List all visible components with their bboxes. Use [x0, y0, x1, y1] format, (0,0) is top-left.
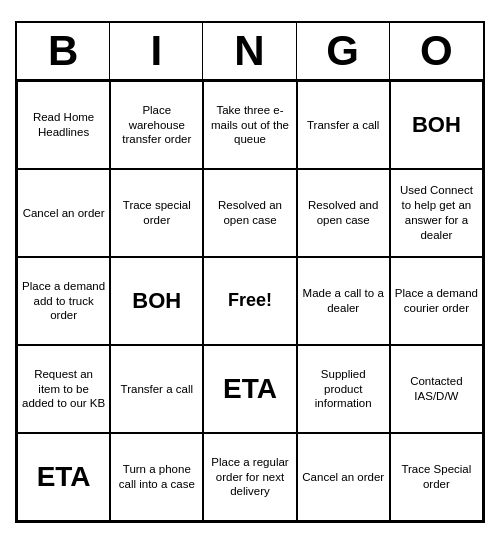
bingo-cell-19: Contacted IAS/D/W — [390, 345, 483, 433]
bingo-cell-10: Place a demand add to truck order — [17, 257, 110, 345]
bingo-cell-23: Cancel an order — [297, 433, 390, 521]
bingo-cell-3: Transfer a call — [297, 81, 390, 169]
bingo-cell-7: Resolved an open case — [203, 169, 296, 257]
bingo-cell-2: Take three e-mails out of the queue — [203, 81, 296, 169]
bingo-cell-18: Supplied product information — [297, 345, 390, 433]
bingo-letter-g: G — [297, 23, 390, 79]
bingo-letter-o: O — [390, 23, 483, 79]
bingo-cell-12: Free! — [203, 257, 296, 345]
bingo-cell-24: Trace Special order — [390, 433, 483, 521]
bingo-cell-1: Place warehouse transfer order — [110, 81, 203, 169]
bingo-cell-14: Place a demand courier order — [390, 257, 483, 345]
bingo-cell-4: BOH — [390, 81, 483, 169]
bingo-cell-20: ETA — [17, 433, 110, 521]
bingo-letter-i: I — [110, 23, 203, 79]
bingo-cell-6: Trace special order — [110, 169, 203, 257]
bingo-cell-17: ETA — [203, 345, 296, 433]
bingo-cell-21: Turn a phone call into a case — [110, 433, 203, 521]
bingo-cell-5: Cancel an order — [17, 169, 110, 257]
bingo-cell-9: Used Connect to help get an answer for a… — [390, 169, 483, 257]
bingo-cell-0: Read Home Headlines — [17, 81, 110, 169]
bingo-grid: Read Home HeadlinesPlace warehouse trans… — [17, 81, 483, 521]
bingo-cell-22: Place a regular order for next delivery — [203, 433, 296, 521]
bingo-letter-n: N — [203, 23, 296, 79]
bingo-header: BINGO — [17, 23, 483, 81]
bingo-card: BINGO Read Home HeadlinesPlace warehouse… — [15, 21, 485, 523]
bingo-cell-8: Resolved and open case — [297, 169, 390, 257]
bingo-cell-11: BOH — [110, 257, 203, 345]
bingo-cell-15: Request an item to be added to our KB — [17, 345, 110, 433]
bingo-letter-b: B — [17, 23, 110, 79]
bingo-cell-16: Transfer a call — [110, 345, 203, 433]
bingo-cell-13: Made a call to a dealer — [297, 257, 390, 345]
